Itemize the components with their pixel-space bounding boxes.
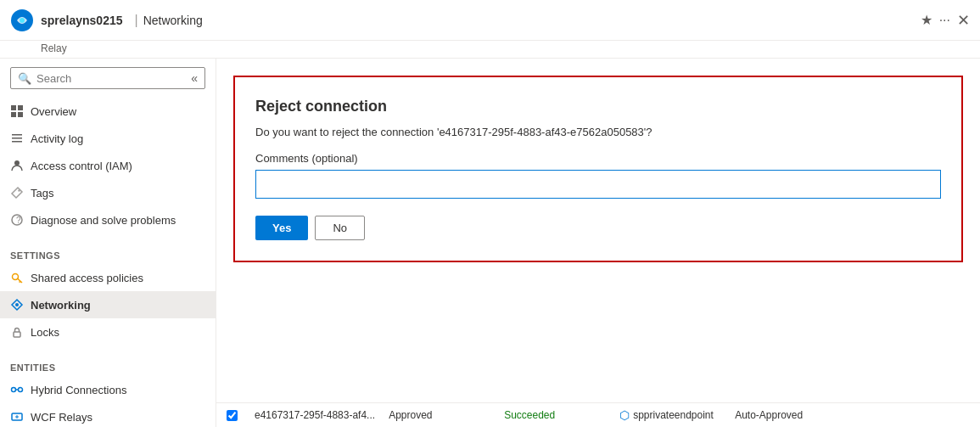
connection-id-cell: e4167317-295f-4883-af4... xyxy=(255,409,375,421)
collapse-icon[interactable]: « xyxy=(191,71,198,85)
app-icon xyxy=(10,8,34,32)
dialog-title: Reject connection xyxy=(255,98,941,115)
dialog-comment-label: Comments (optional) xyxy=(255,152,941,165)
svg-rect-6 xyxy=(12,134,22,136)
description-cell: Auto-Approved xyxy=(735,409,837,421)
sidebar-item-access-control[interactable]: Access control (IAM) xyxy=(0,152,216,179)
sidebar-item-wcf-relays[interactable]: WCF Relays xyxy=(0,403,216,427)
access-icon xyxy=(10,159,24,172)
no-button[interactable]: No xyxy=(315,216,365,240)
svg-rect-3 xyxy=(18,105,23,110)
resource-type-label: Relay xyxy=(41,42,67,54)
row-checkbox[interactable] xyxy=(227,410,238,421)
settings-section-label: Settings xyxy=(0,240,216,264)
sidebar-label-overview: Overview xyxy=(31,105,76,118)
section-title: Networking xyxy=(143,14,203,27)
svg-rect-7 xyxy=(12,138,22,139)
close-button[interactable]: ✕ xyxy=(957,11,970,30)
svg-rect-2 xyxy=(11,105,16,110)
favorite-icon[interactable]: ★ xyxy=(921,12,932,28)
resource-name: sprelayns0215 xyxy=(41,14,123,27)
sidebar-label-wcf-relays: WCF Relays xyxy=(31,411,92,424)
provisioning-cell: Succeeded xyxy=(504,409,606,421)
sidebar-item-activity-log[interactable]: Activity log xyxy=(0,125,216,152)
endpoint-cell: ⬡ spprivateendpoint xyxy=(619,408,721,422)
svg-point-14 xyxy=(15,303,19,306)
svg-point-17 xyxy=(19,388,23,392)
title-separator: | xyxy=(135,13,138,28)
sidebar-label-networking: Networking xyxy=(31,299,91,312)
lock-icon xyxy=(10,325,24,339)
title-bar: sprelayns0215 | Networking ★ ··· ✕ xyxy=(0,0,980,41)
overview-icon xyxy=(10,104,24,118)
sidebar-item-networking[interactable]: Networking xyxy=(0,291,216,318)
endpoint-icon: ⬡ xyxy=(619,408,630,422)
entities-section-label: Entities xyxy=(0,352,216,376)
search-box[interactable]: 🔍 « xyxy=(10,67,205,89)
sidebar-label-access-control: Access control (IAM) xyxy=(31,160,132,172)
sidebar: 🔍 « Overview Activity log xyxy=(0,59,216,427)
sidebar-item-diagnose[interactable]: ? Diagnose and solve problems xyxy=(0,206,216,233)
dialog-comment-input[interactable] xyxy=(255,170,941,199)
sidebar-label-tags: Tags xyxy=(31,187,53,199)
networking-icon xyxy=(10,298,24,312)
content-area: Reject connection Do you want to reject … xyxy=(216,59,980,427)
sidebar-label-hybrid-connections: Hybrid Connections xyxy=(31,384,126,396)
sidebar-item-hybrid-connections[interactable]: Hybrid Connections xyxy=(0,376,216,403)
sidebar-label-locks: Locks xyxy=(31,326,59,339)
activity-icon xyxy=(10,132,24,145)
sidebar-item-shared-access[interactable]: Shared access policies xyxy=(0,264,216,291)
search-input[interactable] xyxy=(36,72,191,85)
yes-button[interactable]: Yes xyxy=(255,216,308,240)
hybrid-icon xyxy=(10,383,24,396)
title-actions: ★ ··· ✕ xyxy=(921,11,970,30)
svg-point-10 xyxy=(18,189,20,191)
key-icon xyxy=(10,271,24,284)
svg-point-16 xyxy=(12,388,16,392)
search-icon: 🔍 xyxy=(18,72,31,85)
table-area: e4167317-295f-4883-af4... Approved Succe… xyxy=(216,402,980,427)
svg-rect-15 xyxy=(14,332,20,337)
sidebar-item-overview[interactable]: Overview xyxy=(0,98,216,125)
sidebar-item-locks[interactable]: Locks xyxy=(0,318,216,346)
tags-icon xyxy=(10,186,24,199)
dialog-buttons: Yes No xyxy=(255,216,941,240)
svg-text:?: ? xyxy=(16,216,21,225)
sidebar-label-shared-access: Shared access policies xyxy=(31,272,143,284)
sidebar-label-diagnose: Diagnose and solve problems xyxy=(31,214,176,227)
sidebar-item-tags[interactable]: Tags xyxy=(0,179,216,206)
svg-rect-4 xyxy=(11,112,16,117)
diagnose-icon: ? xyxy=(10,213,24,227)
endpoint-name: spprivateendpoint xyxy=(633,409,714,421)
sidebar-label-activity-log: Activity log xyxy=(31,132,83,145)
dialog-description: Do you want to reject the connection 'e4… xyxy=(255,126,941,138)
dialog-box: Reject connection Do you want to reject … xyxy=(233,76,963,262)
status-cell: Approved xyxy=(389,409,490,421)
svg-rect-5 xyxy=(18,112,23,117)
wcf-icon xyxy=(10,410,24,424)
more-icon[interactable]: ··· xyxy=(939,13,950,28)
svg-rect-8 xyxy=(12,141,22,143)
svg-point-1 xyxy=(20,18,25,23)
svg-point-9 xyxy=(14,160,20,166)
dialog-overlay: Reject connection Do you want to reject … xyxy=(216,59,980,427)
table-row[interactable]: e4167317-295f-4883-af4... Approved Succe… xyxy=(216,402,980,427)
